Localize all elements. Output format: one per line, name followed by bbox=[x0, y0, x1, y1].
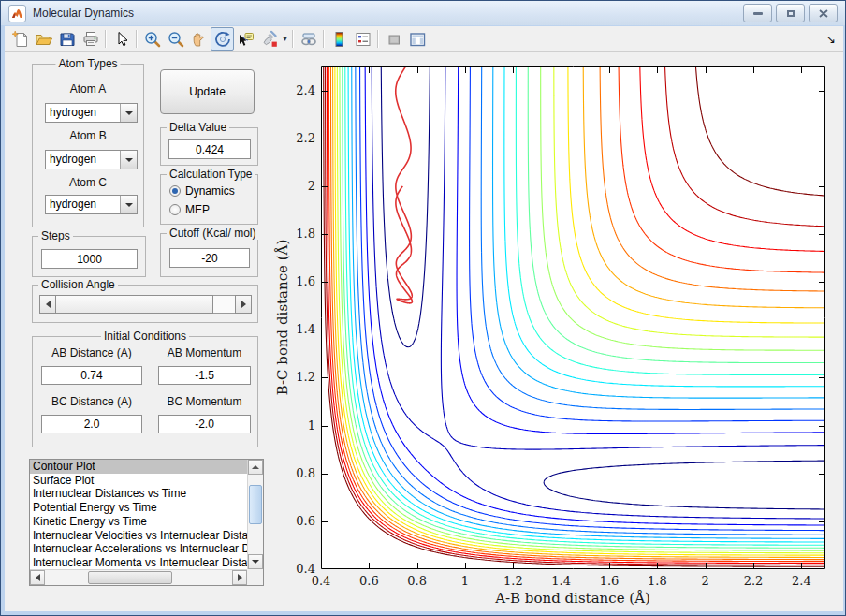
data-cursor-button[interactable] bbox=[234, 27, 257, 51]
scroll-right-button[interactable] bbox=[232, 570, 247, 585]
save-figure-button[interactable] bbox=[55, 27, 79, 51]
slider-thumb[interactable] bbox=[55, 295, 213, 314]
scroll-up-button[interactable] bbox=[248, 460, 263, 475]
collision-angle-slider[interactable] bbox=[39, 295, 252, 314]
x-tick-label: 2.4 bbox=[792, 574, 811, 588]
initial-conditions-panel: Initial Conditions AB Distance (A) AB Mo… bbox=[32, 336, 258, 447]
dropdown-value: hydrogen bbox=[46, 151, 120, 169]
scrollbar-thumb[interactable] bbox=[88, 571, 172, 584]
y-tick-label: 1 bbox=[282, 418, 315, 433]
chevron-down-icon bbox=[125, 111, 133, 115]
x-tick-label: 0.6 bbox=[359, 574, 379, 588]
radio-label: MEP bbox=[185, 203, 210, 216]
matlab-icon bbox=[8, 5, 26, 22]
slider-right-button[interactable] bbox=[235, 295, 252, 314]
dropdown-button[interactable] bbox=[120, 151, 137, 169]
list-item[interactable]: Internuclear Distances vs Time bbox=[30, 487, 247, 501]
legend-icon bbox=[354, 30, 372, 49]
chevron-down-icon bbox=[125, 203, 133, 207]
hide-plot-tools-icon bbox=[385, 30, 403, 49]
list-item[interactable]: Potential Energy vs Time bbox=[30, 501, 247, 515]
window-title: Molecular Dynamics bbox=[33, 7, 134, 20]
zoom-out-button[interactable] bbox=[164, 27, 187, 51]
slider-left-button[interactable] bbox=[39, 295, 56, 314]
title-bar: Molecular Dynamics bbox=[1, 1, 845, 25]
print-icon bbox=[81, 30, 100, 49]
radio-selected-icon bbox=[169, 185, 181, 197]
contour-plot-axes[interactable] bbox=[321, 66, 825, 569]
link-icon bbox=[299, 30, 318, 49]
panel-title: Initial Conditions bbox=[101, 330, 189, 343]
delta-value-input[interactable] bbox=[168, 139, 251, 159]
show-plot-tools-button[interactable] bbox=[405, 27, 429, 51]
panel-title: Steps bbox=[38, 229, 73, 242]
cutoff-input[interactable] bbox=[169, 248, 250, 268]
horizontal-scrollbar[interactable] bbox=[30, 569, 247, 585]
list-item[interactable]: Contour Plot bbox=[30, 460, 247, 474]
ab-momentum-label: AB Momentum bbox=[158, 346, 251, 359]
steps-input[interactable] bbox=[41, 249, 138, 269]
scroll-down-button[interactable] bbox=[248, 554, 263, 569]
print-figure-button[interactable] bbox=[79, 27, 102, 51]
link-plot-button[interactable] bbox=[297, 27, 320, 51]
x-tick-label: 1.6 bbox=[600, 574, 620, 588]
panel-title: Atom Types bbox=[55, 57, 120, 70]
list-item[interactable]: Kinetic Energy vs Time bbox=[30, 515, 247, 529]
atom-b-dropdown[interactable]: hydrogen bbox=[45, 150, 138, 169]
atom-a-dropdown[interactable]: hydrogen bbox=[45, 103, 138, 123]
dropdown-button[interactable] bbox=[120, 196, 137, 213]
radio-label: Dynamics bbox=[185, 184, 235, 198]
zoom-in-button[interactable] bbox=[140, 27, 164, 51]
minimize-icon bbox=[753, 12, 763, 15]
new-document-button[interactable] bbox=[8, 27, 32, 51]
ab-momentum-input[interactable] bbox=[158, 366, 251, 385]
toolbar-separator bbox=[136, 30, 138, 48]
plot-type-listbox[interactable]: Contour PlotSurface PlotInternuclear Dis… bbox=[29, 459, 264, 586]
restore-icon bbox=[787, 10, 795, 17]
x-tick-label: 2.2 bbox=[744, 574, 764, 588]
ab-distance-input[interactable] bbox=[41, 366, 142, 385]
pan-button[interactable] bbox=[187, 27, 211, 51]
x-tick-label: 0.4 bbox=[312, 574, 331, 588]
arrow-left-icon bbox=[36, 574, 40, 581]
dropdown-value: hydrogen bbox=[46, 104, 120, 122]
list-item[interactable]: Surface Plot bbox=[30, 474, 247, 488]
y-tick-label: 0.6 bbox=[282, 514, 315, 528]
open-folder-icon bbox=[35, 30, 53, 49]
panel-title: Delta Value bbox=[167, 121, 229, 134]
insert-colorbar-button[interactable] bbox=[328, 27, 351, 51]
colorbar-icon bbox=[330, 30, 349, 49]
delta-value-panel: Delta Value bbox=[160, 127, 258, 166]
atom-c-label: Atom C bbox=[33, 176, 143, 189]
rotate-3d-button[interactable] bbox=[211, 27, 234, 51]
dropdown-button[interactable] bbox=[120, 104, 137, 122]
rotate-3d-icon bbox=[213, 30, 232, 49]
list-item[interactable]: Internuclear Velocities vs Internuclear … bbox=[30, 529, 247, 543]
update-button[interactable]: Update bbox=[160, 69, 255, 114]
list-item[interactable]: Internuclear Momenta vs Internuclear Dis… bbox=[30, 556, 247, 569]
dock-figure-icon[interactable]: ↘ bbox=[826, 33, 836, 46]
brush-data-button[interactable] bbox=[257, 27, 281, 51]
edit-cursor-button[interactable] bbox=[109, 27, 133, 51]
minimize-button[interactable] bbox=[743, 4, 772, 22]
cursor-icon bbox=[112, 30, 131, 49]
open-file-button[interactable] bbox=[32, 27, 55, 51]
scroll-left-button[interactable] bbox=[30, 570, 45, 585]
radio-mep[interactable]: MEP bbox=[169, 203, 210, 216]
insert-legend-button[interactable] bbox=[351, 27, 374, 51]
atom-c-dropdown[interactable]: hydrogen bbox=[45, 195, 138, 214]
brush-dropdown-caret[interactable]: ▾ bbox=[281, 35, 289, 43]
bc-distance-input[interactable] bbox=[41, 415, 142, 433]
close-button[interactable] bbox=[809, 4, 838, 22]
vertical-scrollbar[interactable] bbox=[247, 460, 263, 569]
close-icon bbox=[819, 9, 828, 18]
atom-b-label: Atom B bbox=[33, 129, 143, 142]
radio-dynamics[interactable]: Dynamics bbox=[169, 184, 235, 198]
scrollbar-thumb[interactable] bbox=[249, 485, 262, 524]
hide-plot-tools-button[interactable] bbox=[382, 27, 405, 51]
zoom-out-icon bbox=[167, 30, 185, 49]
data-cursor-icon bbox=[237, 30, 255, 49]
list-item[interactable]: Internuclear Accelerations vs Internucle… bbox=[30, 542, 247, 556]
restore-button[interactable] bbox=[776, 4, 805, 22]
bc-momentum-input[interactable] bbox=[158, 415, 251, 433]
